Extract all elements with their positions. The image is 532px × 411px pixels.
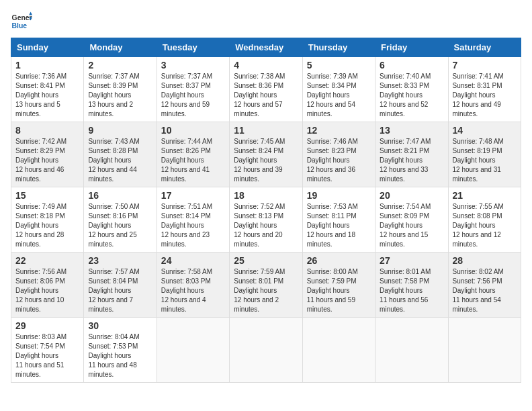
day-number: 25: [234, 255, 298, 266]
day-info: Sunrise: 7:41 AMSunset: 8:31 PMDaylight …: [453, 72, 517, 119]
day-number: 29: [15, 320, 79, 331]
day-cell: 28 Sunrise: 8:02 AMSunset: 7:56 PMDaylig…: [448, 253, 521, 318]
day-number: 9: [88, 125, 152, 136]
day-cell: 16 Sunrise: 7:50 AMSunset: 8:16 PMDaylig…: [84, 187, 157, 253]
day-info: Sunrise: 8:02 AMSunset: 7:56 PMDaylight …: [453, 267, 517, 314]
day-info: Sunrise: 7:37 AMSunset: 8:37 PMDaylight …: [161, 72, 225, 119]
day-number: 22: [15, 255, 79, 266]
day-info: Sunrise: 8:01 AMSunset: 7:58 PMDaylight …: [380, 267, 443, 314]
day-info: Sunrise: 7:53 AMSunset: 8:11 PMDaylight …: [307, 202, 371, 249]
day-info: Sunrise: 7:52 AMSunset: 8:13 PMDaylight …: [234, 202, 298, 249]
day-info: Sunrise: 7:54 AMSunset: 8:09 PMDaylight …: [380, 202, 443, 249]
day-number: 3: [161, 60, 225, 71]
header-row: SundayMondayTuesdayWednesdayThursdayFrid…: [11, 38, 521, 57]
day-info: Sunrise: 7:36 AMSunset: 8:41 PMDaylight …: [15, 72, 79, 119]
day-number: 20: [380, 190, 443, 201]
day-cell: [230, 318, 302, 383]
day-number: 24: [161, 255, 225, 266]
day-cell: 23 Sunrise: 7:57 AMSunset: 8:04 PMDaylig…: [84, 253, 157, 318]
day-cell: 17 Sunrise: 7:51 AMSunset: 8:14 PMDaylig…: [157, 187, 229, 253]
day-number: 5: [307, 60, 371, 71]
day-number: 2: [88, 60, 152, 71]
header-cell-sunday: Sunday: [11, 38, 84, 57]
header: General Blue: [11, 11, 521, 32]
day-number: 15: [15, 190, 79, 201]
day-info: Sunrise: 7:47 AMSunset: 8:21 PMDaylight …: [380, 137, 443, 184]
day-info: Sunrise: 8:04 AMSunset: 7:53 PMDaylight …: [88, 332, 152, 379]
day-number: 21: [453, 190, 517, 201]
day-cell: 12 Sunrise: 7:46 AMSunset: 8:23 PMDaylig…: [302, 122, 375, 187]
header-cell-friday: Friday: [375, 38, 448, 57]
week-row-4: 22 Sunrise: 7:56 AMSunset: 8:06 PMDaylig…: [11, 253, 521, 318]
day-cell: 10 Sunrise: 7:44 AMSunset: 8:26 PMDaylig…: [157, 122, 229, 187]
day-cell: 13 Sunrise: 7:47 AMSunset: 8:21 PMDaylig…: [375, 122, 448, 187]
day-number: 8: [15, 125, 79, 136]
day-number: 17: [161, 190, 225, 201]
day-cell: 21 Sunrise: 7:55 AMSunset: 8:08 PMDaylig…: [448, 187, 521, 253]
day-cell: 9 Sunrise: 7:43 AMSunset: 8:28 PMDayligh…: [84, 122, 157, 187]
day-cell: 18 Sunrise: 7:52 AMSunset: 8:13 PMDaylig…: [230, 187, 302, 253]
logo: General Blue: [11, 11, 36, 32]
week-row-3: 15 Sunrise: 7:49 AMSunset: 8:18 PMDaylig…: [11, 187, 521, 253]
day-cell: 19 Sunrise: 7:53 AMSunset: 8:11 PMDaylig…: [302, 187, 375, 253]
day-info: Sunrise: 7:37 AMSunset: 8:39 PMDaylight …: [88, 72, 152, 119]
day-cell: 14 Sunrise: 7:48 AMSunset: 8:19 PMDaylig…: [448, 122, 521, 187]
day-cell: 24 Sunrise: 7:58 AMSunset: 8:03 PMDaylig…: [157, 253, 229, 318]
day-number: 19: [307, 190, 371, 201]
calendar-table: SundayMondayTuesdayWednesdayThursdayFrid…: [11, 38, 521, 383]
day-number: 18: [234, 190, 298, 201]
day-cell: [157, 318, 229, 383]
day-info: Sunrise: 8:00 AMSunset: 7:59 PMDaylight …: [307, 267, 371, 314]
day-info: Sunrise: 7:39 AMSunset: 8:34 PMDaylight …: [307, 72, 371, 119]
day-number: 4: [234, 60, 298, 71]
day-cell: [448, 318, 521, 383]
day-info: Sunrise: 7:48 AMSunset: 8:19 PMDaylight …: [453, 137, 517, 184]
day-cell: 30 Sunrise: 8:04 AMSunset: 7:53 PMDaylig…: [84, 318, 157, 383]
header-cell-monday: Monday: [84, 38, 157, 57]
day-info: Sunrise: 7:44 AMSunset: 8:26 PMDaylight …: [161, 137, 225, 184]
day-number: 1: [15, 60, 79, 71]
day-cell: 1 Sunrise: 7:36 AMSunset: 8:41 PMDayligh…: [11, 57, 84, 122]
day-number: 10: [161, 125, 225, 136]
header-cell-saturday: Saturday: [448, 38, 521, 57]
svg-text:Blue: Blue: [12, 22, 28, 30]
day-number: 7: [453, 60, 517, 71]
day-cell: [302, 318, 375, 383]
day-cell: 22 Sunrise: 7:56 AMSunset: 8:06 PMDaylig…: [11, 253, 84, 318]
day-info: Sunrise: 7:42 AMSunset: 8:29 PMDaylight …: [15, 137, 79, 184]
day-cell: 20 Sunrise: 7:54 AMSunset: 8:09 PMDaylig…: [375, 187, 448, 253]
day-info: Sunrise: 8:03 AMSunset: 7:54 PMDaylight …: [15, 332, 79, 379]
day-number: 23: [88, 255, 152, 266]
day-number: 16: [88, 190, 152, 201]
day-cell: [375, 318, 448, 383]
day-cell: 4 Sunrise: 7:38 AMSunset: 8:36 PMDayligh…: [230, 57, 302, 122]
day-info: Sunrise: 7:50 AMSunset: 8:16 PMDaylight …: [88, 202, 152, 249]
header-cell-wednesday: Wednesday: [230, 38, 302, 57]
header-cell-tuesday: Tuesday: [157, 38, 229, 57]
day-cell: 27 Sunrise: 8:01 AMSunset: 7:58 PMDaylig…: [375, 253, 448, 318]
day-info: Sunrise: 7:56 AMSunset: 8:06 PMDaylight …: [15, 267, 79, 314]
day-info: Sunrise: 7:51 AMSunset: 8:14 PMDaylight …: [161, 202, 225, 249]
day-info: Sunrise: 7:43 AMSunset: 8:28 PMDaylight …: [88, 137, 152, 184]
day-number: 6: [380, 60, 443, 71]
week-row-1: 1 Sunrise: 7:36 AMSunset: 8:41 PMDayligh…: [11, 57, 521, 122]
day-cell: 11 Sunrise: 7:45 AMSunset: 8:24 PMDaylig…: [230, 122, 302, 187]
day-info: Sunrise: 7:59 AMSunset: 8:01 PMDaylight …: [234, 267, 298, 314]
day-number: 26: [307, 255, 371, 266]
logo-icon: General Blue: [11, 11, 32, 32]
svg-marker-2: [29, 12, 32, 15]
day-cell: 2 Sunrise: 7:37 AMSunset: 8:39 PMDayligh…: [84, 57, 157, 122]
day-info: Sunrise: 7:46 AMSunset: 8:23 PMDaylight …: [307, 137, 371, 184]
day-info: Sunrise: 7:57 AMSunset: 8:04 PMDaylight …: [88, 267, 152, 314]
week-row-2: 8 Sunrise: 7:42 AMSunset: 8:29 PMDayligh…: [11, 122, 521, 187]
day-cell: 6 Sunrise: 7:40 AMSunset: 8:33 PMDayligh…: [375, 57, 448, 122]
day-cell: 3 Sunrise: 7:37 AMSunset: 8:37 PMDayligh…: [157, 57, 229, 122]
day-info: Sunrise: 7:45 AMSunset: 8:24 PMDaylight …: [234, 137, 298, 184]
day-info: Sunrise: 7:55 AMSunset: 8:08 PMDaylight …: [453, 202, 517, 249]
day-number: 30: [88, 320, 152, 331]
day-number: 28: [453, 255, 517, 266]
header-cell-thursday: Thursday: [302, 38, 375, 57]
day-cell: 15 Sunrise: 7:49 AMSunset: 8:18 PMDaylig…: [11, 187, 84, 253]
day-info: Sunrise: 7:49 AMSunset: 8:18 PMDaylight …: [15, 202, 79, 249]
day-number: 12: [307, 125, 371, 136]
